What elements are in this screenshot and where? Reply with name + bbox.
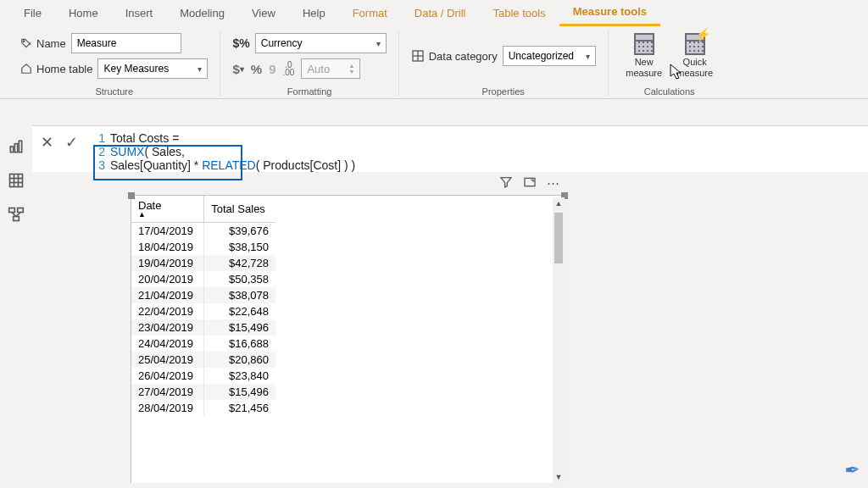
group-label-structure: Structure: [95, 86, 133, 97]
thousands-button[interactable]: 9: [269, 62, 275, 76]
svg-rect-13: [18, 208, 24, 213]
model-view-button[interactable]: [7, 205, 25, 224]
dax-editor[interactable]: 1Total Costs = 2SUMX( Sales,3 Sales[Quan…: [93, 131, 355, 172]
group-formatting: $% Currency▾ $ ▾ % 9 .0.00 Auto ▲ ▼: [220, 30, 398, 97]
table-row[interactable]: 24/04/2019$16,688: [131, 336, 275, 352]
group-label-formatting: Formatting: [287, 86, 332, 97]
group-label-calculations: Calculations: [644, 86, 695, 97]
svg-rect-12: [9, 208, 15, 213]
table-row[interactable]: 19/04/2019$42,728: [131, 255, 275, 271]
calculator-icon: [634, 33, 654, 55]
spinner-down-icon[interactable]: ▼: [348, 69, 354, 75]
formula-bar: ✕ ✓ 1Total Costs = 2SUMX( Sales,3 Sales[…: [32, 125, 868, 172]
resize-handle[interactable]: [128, 192, 135, 199]
home-table-dropdown[interactable]: Key Measures▾: [97, 58, 208, 79]
scroll-up-icon[interactable]: ▲: [554, 197, 563, 209]
tab-data-drill[interactable]: Data / Drill: [401, 1, 480, 25]
filter-icon[interactable]: [499, 175, 513, 191]
group-label-properties: Properties: [482, 86, 525, 97]
focus-mode-icon[interactable]: [523, 175, 537, 191]
report-view-button[interactable]: [7, 137, 25, 156]
table-row[interactable]: 23/04/2019$15,496: [131, 319, 275, 336]
commit-button[interactable]: ✓: [65, 133, 78, 172]
tab-view[interactable]: View: [238, 1, 289, 25]
tab-insert[interactable]: Insert: [112, 1, 167, 25]
svg-rect-4: [10, 147, 13, 152]
group-properties: Data category Uncategorized▾ Properties: [399, 30, 609, 97]
new-measure-button[interactable]: New measure: [620, 33, 668, 79]
more-options-icon[interactable]: ⋯: [547, 175, 559, 191]
table-row[interactable]: 17/04/2019$39,676: [131, 223, 275, 240]
column-header-total-sales[interactable]: Total Sales: [204, 196, 275, 223]
table-row[interactable]: 26/04/2019$23,840: [131, 368, 275, 384]
tab-file[interactable]: File: [10, 1, 55, 25]
tab-modeling[interactable]: Modeling: [166, 1, 238, 25]
group-structure: Name Home table Key Measures▾ Structure: [8, 30, 220, 97]
vertical-scrollbar[interactable]: ▲ ▼: [553, 197, 565, 483]
subscribe-watermark-icon: ✒: [843, 458, 860, 481]
table-row[interactable]: 22/04/2019$22,648: [131, 303, 275, 319]
data-category-dropdown[interactable]: Uncategorized▾: [503, 46, 596, 66]
decimal-button[interactable]: .0.00: [283, 61, 295, 76]
currency-button[interactable]: $ ▾: [232, 62, 243, 76]
table-row[interactable]: 25/04/2019$20,860: [131, 352, 275, 368]
scroll-thumb[interactable]: [554, 213, 563, 263]
cancel-button[interactable]: ✕: [41, 133, 53, 172]
chevron-down-icon: ▾: [376, 39, 381, 48]
table-visual[interactable]: ⋯ Date▲ Total Sales 17/04/2019$39,67618/…: [131, 195, 565, 483]
lightning-icon: ⚡: [695, 27, 711, 42]
table-row[interactable]: 20/04/2019$50,358: [131, 271, 275, 287]
svg-rect-7: [10, 175, 23, 187]
data-category-label: Data category: [411, 49, 498, 63]
decimal-places-input[interactable]: Auto ▲ ▼: [301, 58, 360, 79]
name-label: Name: [20, 37, 66, 50]
tab-measure-tools[interactable]: Measure tools: [559, 0, 660, 26]
format-dropdown[interactable]: Currency▾: [255, 33, 387, 53]
column-header-date[interactable]: Date▲: [131, 196, 204, 223]
svg-rect-5: [14, 144, 17, 152]
chevron-down-icon: ▾: [198, 64, 202, 74]
tab-bar: FileHomeInsertModelingViewHelpFormatData…: [0, 0, 868, 25]
home-table-label: Home table: [20, 63, 92, 75]
table-row[interactable]: 27/04/2019$15,496: [131, 384, 275, 400]
home-icon: [20, 63, 32, 75]
table-row[interactable]: 18/04/2019$38,150: [131, 239, 275, 255]
chevron-down-icon: ▾: [586, 52, 590, 61]
svg-rect-6: [19, 141, 21, 152]
spinner-up-icon[interactable]: ▲: [348, 63, 354, 69]
svg-point-0: [23, 41, 25, 42]
tab-format[interactable]: Format: [339, 1, 401, 25]
category-icon: [411, 49, 425, 63]
table-row[interactable]: 28/04/2019$21,456: [131, 400, 275, 416]
svg-rect-14: [14, 217, 19, 221]
scroll-down-icon[interactable]: ▼: [554, 471, 563, 483]
data-view-button[interactable]: [7, 171, 25, 190]
format-symbol-icon: $%: [232, 36, 249, 50]
data-table: Date▲ Total Sales 17/04/2019$39,67618/04…: [131, 196, 275, 416]
mouse-cursor-icon: [670, 64, 683, 80]
tab-table-tools[interactable]: Table tools: [479, 1, 559, 25]
table-row[interactable]: 21/04/2019$38,078: [131, 287, 275, 303]
view-rail: [0, 125, 32, 224]
tag-icon: [20, 37, 32, 49]
tab-home[interactable]: Home: [55, 1, 112, 25]
measure-name-input[interactable]: [71, 33, 181, 53]
percent-button[interactable]: %: [251, 62, 262, 76]
tab-help[interactable]: Help: [289, 1, 339, 25]
ribbon: Name Home table Key Measures▾ Structure …: [0, 25, 868, 99]
